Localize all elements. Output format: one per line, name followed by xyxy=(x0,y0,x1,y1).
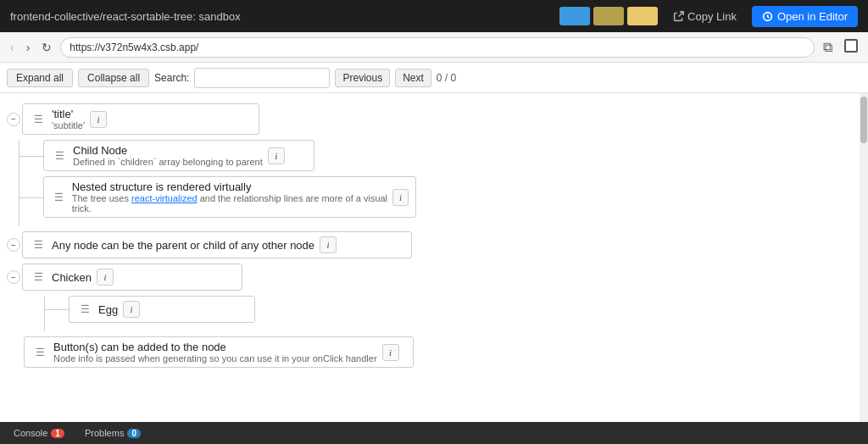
node-1-title: 'title' xyxy=(52,108,85,120)
swatch-yellow xyxy=(627,7,658,25)
drag-handle-1[interactable]: ☰ xyxy=(30,111,47,128)
swatch-blue xyxy=(559,7,590,25)
open-editor-label: Open in Editor xyxy=(777,10,848,23)
drag-handle-1-1[interactable]: ☰ xyxy=(51,147,68,164)
forward-icon: › xyxy=(26,41,31,54)
node-3-title: Chicken xyxy=(52,271,92,284)
node-3-1-title: Egg xyxy=(98,303,118,316)
refresh-button[interactable]: ↻ xyxy=(38,39,55,56)
drag-handle-2[interactable]: ☰ xyxy=(30,236,47,253)
info-button-3-1[interactable]: i xyxy=(123,301,140,318)
drag-handle-1-2[interactable]: ☰ xyxy=(51,189,67,206)
copy-url-button[interactable]: ⧉ xyxy=(820,38,836,57)
node-1-1-subtitle: Defined in `children` array belonging to… xyxy=(73,157,263,167)
bottom-bar: Console 1 Problems 0 xyxy=(0,422,868,444)
node-4-title: Button(s) can be added to the node xyxy=(53,341,377,353)
node-1-2-text: Nested structure is rendered virtually T… xyxy=(72,180,388,214)
connector-h-1-2 xyxy=(19,197,43,198)
toolbar: Expand all Collapse all Search: Previous… xyxy=(0,63,868,93)
search-label: Search: xyxy=(154,72,189,84)
search-input[interactable] xyxy=(194,68,330,88)
drag-handle-3[interactable]: ☰ xyxy=(30,269,47,286)
node-1-children: ☰ Child Node Defined in `children` array… xyxy=(19,140,856,226)
tree-node-4: ☰ Button(s) can be added to the node Nod… xyxy=(0,336,856,368)
collapse-all-button[interactable]: Collapse all xyxy=(78,69,149,87)
info-button-4[interactable]: i xyxy=(382,344,399,361)
node-1-text: 'title' 'subtitle' xyxy=(52,108,85,130)
back-icon: ‹ xyxy=(10,41,14,54)
expand-all-button[interactable]: Expand all xyxy=(7,69,73,87)
copy-icon: ⧉ xyxy=(823,40,832,54)
node-1-1-text: Child Node Defined in `children` array b… xyxy=(73,144,263,167)
node-1-1-title: Child Node xyxy=(73,144,263,157)
url-input[interactable] xyxy=(60,37,815,58)
address-bar: ‹ › ↻ ⧉ xyxy=(0,32,868,63)
node-3-text: Chicken xyxy=(52,271,92,284)
info-button-1[interactable]: i xyxy=(90,111,107,128)
node-4-subtitle: Node info is passed when generating so y… xyxy=(53,353,377,364)
back-button[interactable]: ‹ xyxy=(7,39,18,56)
tree-scroll-area[interactable]: − ☰ 'title' 'subtitle' i ☰ xyxy=(0,93,868,422)
info-button-3[interactable]: i xyxy=(97,269,114,286)
tree-node-1-1: ☰ Child Node Defined in `children` array… xyxy=(43,140,856,171)
tree-node-2: − ☰ Any node can be the parent or child … xyxy=(0,231,856,258)
tree-area: − ☰ 'title' 'subtitle' i ☰ xyxy=(0,93,868,422)
node-2-text: Any node can be the parent or child of a… xyxy=(52,239,314,252)
connector-h-1-1 xyxy=(19,156,43,157)
refresh-icon: ↻ xyxy=(42,41,52,54)
collapse-button-2[interactable]: − xyxy=(7,238,20,252)
open-editor-button[interactable]: Open in Editor xyxy=(752,6,858,27)
collapse-button-1[interactable]: − xyxy=(7,113,20,126)
previous-button[interactable]: Previous xyxy=(335,69,390,87)
copy-link-button[interactable]: Copy Link xyxy=(666,7,743,26)
node-1-2-title: Nested structure is rendered virtually xyxy=(72,180,388,193)
search-count: 0 / 0 xyxy=(437,72,456,84)
color-swatches xyxy=(559,7,658,25)
node-3-children: ☰ Egg i xyxy=(44,296,856,331)
scrollbar-track[interactable] xyxy=(860,93,868,422)
drag-handle-4[interactable]: ☰ xyxy=(31,344,48,361)
swatch-gold xyxy=(593,7,624,25)
console-label: Console xyxy=(14,428,47,438)
info-button-2[interactable]: i xyxy=(320,236,337,253)
node-1-2-subtitle-before: The tree uses xyxy=(72,193,131,203)
node-3-1-text: Egg xyxy=(98,303,118,316)
drag-handle-3-1[interactable]: ☰ xyxy=(76,301,93,318)
forward-button[interactable]: › xyxy=(23,39,34,56)
problems-badge: 0 xyxy=(127,429,141,438)
top-bar: frontend-collective/react-sortable-tree:… xyxy=(0,0,868,32)
collapse-button-3[interactable]: − xyxy=(7,270,20,284)
problems-label: Problems xyxy=(85,428,124,438)
new-tab-button[interactable] xyxy=(841,37,861,58)
console-badge: 1 xyxy=(51,429,64,438)
app-title: frontend-collective/react-sortable-tree:… xyxy=(10,10,551,23)
node-1-2-subtitle: The tree uses react-virtualized and the … xyxy=(72,193,388,214)
info-button-1-2[interactable]: i xyxy=(392,189,409,206)
new-tab-icon xyxy=(844,39,858,53)
react-virtualized-link[interactable]: react-virtualized xyxy=(131,193,198,203)
console-tab[interactable]: Console 1 xyxy=(8,426,70,440)
node-4-text: Button(s) can be added to the node Node … xyxy=(53,341,377,364)
connector-h-3-1 xyxy=(45,309,69,310)
tree-node-1: − ☰ 'title' 'subtitle' i ☰ xyxy=(0,103,856,226)
tree-node-3: − ☰ Chicken i ☰ Egg xyxy=(0,264,856,331)
next-button[interactable]: Next xyxy=(395,69,431,87)
info-button-1-1[interactable]: i xyxy=(268,147,285,164)
problems-tab[interactable]: Problems 0 xyxy=(80,426,146,440)
copy-link-label: Copy Link xyxy=(687,10,737,23)
tree-node-1-2: ☰ Nested structure is rendered virtually… xyxy=(43,176,856,218)
scrollbar-thumb[interactable] xyxy=(860,97,867,143)
node-2-title: Any node can be the parent or child of a… xyxy=(52,239,314,252)
node-1-subtitle: 'subtitle' xyxy=(52,120,85,130)
tree-node-3-1: ☰ Egg i xyxy=(69,296,856,323)
